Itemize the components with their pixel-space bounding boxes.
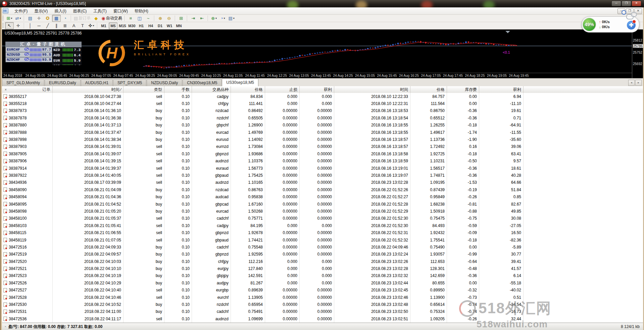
column-header-6[interactable]: 止损 xyxy=(265,86,300,93)
column-header-11[interactable]: 获利 xyxy=(479,86,524,93)
toolbar-grip[interactable] xyxy=(2,16,4,21)
menu-item-2[interactable]: 插入(I) xyxy=(51,8,69,14)
column-header-7[interactable]: 获利 xyxy=(300,86,334,93)
text-button[interactable]: A xyxy=(69,22,78,29)
table-row[interactable]: 384580982018.08.21 01:05:20buy0.10eurcad… xyxy=(2,208,643,215)
equidistant-channel-button[interactable]: ∥ xyxy=(52,22,61,29)
menu-item-3[interactable]: 图表(C) xyxy=(70,8,90,14)
tabs-scroll-left-button[interactable]: ◂ xyxy=(628,80,635,86)
arrows-button[interactable]: ✜▾ xyxy=(87,22,96,29)
chart-tab-cn300sep18-m5[interactable]: CN300sep18,M5 xyxy=(183,79,221,87)
column-header-0[interactable]: 订单 xyxy=(2,86,53,93)
table-row[interactable]: 384725202018.08.22 04:10:03buy0.10chfjpy… xyxy=(2,258,643,265)
new-chart-dropdown-icon[interactable]: ▾ xyxy=(11,17,12,20)
timeframe-m5-button[interactable]: M5 xyxy=(109,22,117,29)
tile-windows-button[interactable]: ⊞ xyxy=(177,15,186,22)
timeframe-h4-button[interactable]: H4 xyxy=(146,22,155,29)
table-row[interactable]: 384725162018.08.22 04:09:33buy0.10cadchf… xyxy=(2,243,643,251)
table-row[interactable]: 384581192018.08.21 01:07:05sell0.10gbpau… xyxy=(2,236,643,243)
timeframe-mn-button[interactable]: MN xyxy=(175,22,183,29)
column-header-3[interactable]: 手数 xyxy=(164,86,192,93)
chart-tab-eurusd-daily[interactable]: EURUSD,Daily xyxy=(45,79,81,87)
table-row[interactable]: 384580902018.08.21 01:04:09buy0.10nzdcad… xyxy=(2,186,643,193)
table-row[interactable]: 383878882018.08.14 01:37:47buy0.10eurcad… xyxy=(2,129,643,136)
chart-tab-spt-dxy-m5[interactable]: SPT_DXY,M5 xyxy=(113,79,146,87)
column-header-8[interactable]: 时间 xyxy=(334,86,410,93)
zoom-out-button[interactable]: ⊖ xyxy=(165,15,174,22)
column-header-10[interactable]: 库存费 xyxy=(447,86,479,93)
table-row[interactable]: 384725282018.08.22 04:10:46sell0.10eurch… xyxy=(2,294,643,301)
profiles-dropdown-icon[interactable]: ▾ xyxy=(19,17,21,20)
table-row[interactable]: 383552182018.08.10 04:27:44sell0.10chfjp… xyxy=(2,100,643,107)
table-row[interactable]: 384581002018.08.21 01:05:37sell0.10cadch… xyxy=(2,215,643,222)
table-row[interactable]: 383552172018.08.10 04:27:38sell0.10cadjp… xyxy=(2,93,643,100)
data-window-button[interactable]: ✛ xyxy=(35,15,43,22)
table-row[interactable]: 384725302018.08.22 04:10:52buy0.10nzdchf… xyxy=(2,301,643,308)
vertical-line-button[interactable]: │ xyxy=(26,22,35,29)
timeframe-m1-button[interactable]: M1 xyxy=(99,22,108,29)
periods-button[interactable]: ◔▾ xyxy=(218,15,227,22)
chart-tab-audusd-h1[interactable]: AUDUSD,H1 xyxy=(81,79,113,87)
table-row[interactable]: 384581032018.08.21 01:05:41sell0.10cadjp… xyxy=(2,222,643,229)
terminal-close-icon[interactable]: × xyxy=(3,87,8,93)
chart-tab-nzdusd-daily[interactable]: NZDUSD,Daily xyxy=(147,79,182,87)
auto-scroll-button[interactable]: ⇥ xyxy=(189,15,198,22)
autotrading-button[interactable]: ◉自动交易 xyxy=(100,15,123,22)
timeframe-m15-button[interactable]: M15 xyxy=(118,22,127,29)
toolbar-grip[interactable] xyxy=(2,23,4,29)
table-row[interactable]: 384581152018.08.21 01:06:55sell0.10gbpnz… xyxy=(2,229,643,236)
menu-item-6[interactable]: 帮助(H) xyxy=(131,8,152,14)
table-row[interactable]: 383879222018.08.14 01:40:05sell0.10gbpau… xyxy=(2,172,643,179)
timeframe-d1-button[interactable]: D1 xyxy=(156,22,164,29)
line-chart-mode-button[interactable]: ~ xyxy=(144,15,153,22)
chart-tab-spt-gld-monthly[interactable]: SPT_GLD,Monthly xyxy=(2,79,44,87)
close-button[interactable]: ✕ xyxy=(632,1,641,6)
table-row[interactable]: 384725232018.08.22 04:10:19buy0.10gbpjpy… xyxy=(2,272,643,279)
column-header-1[interactable]: 时间 ∕ xyxy=(53,86,123,93)
table-row[interactable]: 384349362018.08.17 03:39:09sell0.10audnz… xyxy=(2,179,643,186)
table-row[interactable]: 383878982018.08.14 01:38:34buy0.10eurusd… xyxy=(2,136,643,143)
market-watch-button[interactable]: ▤ xyxy=(26,15,35,22)
bar-chart-mode-button[interactable]: ≡ xyxy=(127,15,135,22)
templates-button[interactable]: ▤▾ xyxy=(227,15,236,22)
candlestick-mode-button[interactable]: ◫ xyxy=(135,15,144,22)
table-row[interactable]: 383879032018.08.14 01:39:01sell0.10eurnz… xyxy=(2,143,643,150)
strategy-tester-button[interactable]: ◔ xyxy=(61,15,69,22)
table-row[interactable]: 383878732018.08.14 01:36:10buy0.10nzdcad… xyxy=(2,107,643,114)
table-row[interactable]: 384580942018.08.21 01:04:36buy0.10audcad… xyxy=(2,193,643,200)
title-bar[interactable]: 308200425: HYCM-Live - [US30sep18,M5] ─ … xyxy=(0,0,644,7)
timeframe-w1-button[interactable]: W1 xyxy=(165,22,174,29)
profiles-button[interactable]: ⇄▾ xyxy=(14,15,22,22)
crosshair-button[interactable]: ✛ xyxy=(14,22,22,29)
menu-item-1[interactable]: 显示(V) xyxy=(31,8,51,14)
chart-area[interactable]: US30sep18,M5 25782 25791 25778 25786 <0.… xyxy=(2,30,643,78)
text-label-button[interactable]: T xyxy=(78,22,87,29)
price-scale[interactable]: 25812257862575225692 xyxy=(632,30,643,78)
timeframe-h1-button[interactable]: H1 xyxy=(137,22,146,29)
time-axis[interactable]: 24 Aug 201824 Aug 05:0524 Aug 05:4524 Au… xyxy=(2,73,632,78)
templates-dropdown-icon[interactable]: ▾ xyxy=(233,17,235,20)
metaeditor-button[interactable]: ◆ xyxy=(92,15,100,22)
table-row[interactable]: 383879052018.08.14 01:39:07sell0.10gbpnz… xyxy=(2,150,643,157)
trendline-button[interactable]: ╱ xyxy=(43,22,52,29)
horizontal-line-button[interactable]: ─ xyxy=(35,22,43,29)
chart-tab-us30sep18-m5[interactable]: US30sep18,M5 xyxy=(222,78,258,87)
table-row[interactable]: 384725262018.08.22 04:10:29buy0.10audjpy… xyxy=(2,279,643,286)
indicators-dropdown-icon[interactable]: ▾ xyxy=(215,17,217,20)
restore-button[interactable]: ❐ xyxy=(622,1,631,6)
timeframe-m30-button[interactable]: M30 xyxy=(128,22,136,29)
tabs-scroll-right-button[interactable]: ▸ xyxy=(635,80,642,86)
arrows-dropdown-icon[interactable]: ▾ xyxy=(93,24,94,27)
cursor-button[interactable]: ↖ xyxy=(5,22,14,29)
column-header-2[interactable]: 类型 xyxy=(123,86,164,93)
table-row[interactable]: 384725362018.08.22 04:11:17sell0.10audnz… xyxy=(2,315,643,322)
minimize-button[interactable]: ─ xyxy=(611,1,621,6)
navigator-button[interactable]: ✪ xyxy=(43,15,52,22)
table-row[interactable]: 383878782018.08.14 01:36:38buy0.10nzdchf… xyxy=(2,114,643,121)
history-table-body[interactable]: 383552172018.08.10 04:27:38sell0.10cadjp… xyxy=(2,93,643,323)
table-row[interactable]: 384725192018.08.22 04:09:57buy0.10gbpnzd… xyxy=(2,251,643,258)
table-row[interactable]: 384725272018.08.22 04:10:40sell0.10eurgb… xyxy=(2,287,643,294)
chart-plot[interactable]: US30sep18,M5 25782 25791 25778 25786 <0.… xyxy=(2,30,632,73)
column-header-4[interactable]: 交易品种 xyxy=(192,86,231,93)
new-chart-button[interactable]: ⊞▾ xyxy=(5,15,14,22)
